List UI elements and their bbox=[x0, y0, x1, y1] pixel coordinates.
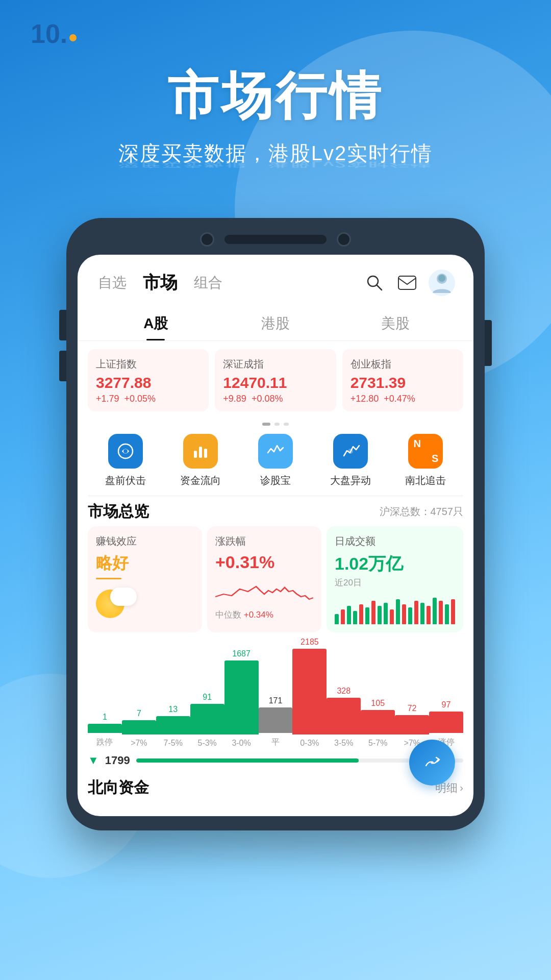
cloud-shape bbox=[110, 587, 137, 606]
mini-bar-3 bbox=[353, 611, 357, 624]
phone-mockup: 自选 市场 组合 bbox=[0, 218, 551, 830]
index-name-cy: 创业板指 bbox=[350, 357, 455, 371]
bar-rect-5 bbox=[259, 707, 293, 733]
bar-col-5: 171平 bbox=[259, 696, 293, 748]
market-tab-hk[interactable]: 港股 bbox=[216, 307, 336, 340]
market-tabs: A股 港股 美股 bbox=[78, 307, 473, 341]
bar-name-7: 3-5% bbox=[334, 737, 353, 748]
tab-market[interactable]: 市场 bbox=[141, 267, 180, 299]
hero-title: 市场行情 bbox=[31, 62, 520, 131]
ov-card-vol[interactable]: 日成交额 1.02万亿 近20日 bbox=[327, 526, 463, 632]
feature-label-panqian: 盘前伏击 bbox=[105, 474, 146, 487]
phone-vol-button-2 bbox=[59, 351, 66, 381]
sun-icon bbox=[96, 584, 194, 620]
mini-bar-14 bbox=[420, 603, 424, 624]
feature-icon-nanorth: N S bbox=[408, 434, 443, 469]
feature-bigmove[interactable]: 大盘异动 bbox=[313, 434, 388, 487]
mini-bar-17 bbox=[439, 601, 443, 624]
feature-nanorth[interactable]: N S 南北追击 bbox=[388, 434, 463, 487]
svg-rect-8 bbox=[199, 447, 202, 458]
version-badge: 10. bbox=[31, 20, 520, 47]
phone-power-button bbox=[485, 320, 492, 366]
northward-section: 北向资金 明细 › bbox=[78, 773, 473, 806]
svg-rect-7 bbox=[194, 451, 197, 458]
bar-col-1: 7>7% bbox=[122, 709, 156, 748]
index-cards: 上证指数 3277.88 +1.79 +0.05% 深证成指 12470.11 … bbox=[78, 341, 473, 420]
ov-label-rise: 涨跌幅 bbox=[215, 534, 313, 548]
bar-col-7: 3283-5% bbox=[327, 687, 361, 748]
bar-name-1: >7% bbox=[131, 737, 147, 748]
feature-row: 盘前伏击 资金流向 bbox=[78, 429, 473, 496]
svg-line-1 bbox=[377, 285, 382, 290]
mini-bar-5 bbox=[365, 607, 369, 624]
index-change-sz: +9.89 +0.08% bbox=[223, 394, 328, 404]
mail-icon[interactable] bbox=[396, 272, 418, 294]
feature-panqian[interactable]: 盘前伏击 bbox=[88, 434, 163, 487]
svg-rect-9 bbox=[204, 449, 207, 458]
index-value-sz: 12470.11 bbox=[223, 374, 328, 391]
bar-rect-6 bbox=[292, 649, 327, 734]
bar-val-0: 1 bbox=[103, 713, 107, 722]
index-card-sz[interactable]: 深证成指 12470.11 +9.89 +0.08% bbox=[215, 349, 336, 411]
ov-card-rise[interactable]: 涨跌幅 +0.31% 中位数 +0.34% bbox=[207, 526, 321, 632]
search-icon[interactable] bbox=[363, 272, 386, 294]
mini-bar-0 bbox=[335, 614, 339, 624]
index-value-cy: 2731.39 bbox=[350, 374, 455, 391]
phone-vol-button-1 bbox=[59, 310, 66, 340]
bar-rect-10 bbox=[429, 712, 463, 733]
tab-portfolio[interactable]: 组合 bbox=[192, 269, 224, 297]
hero-subtitle-mirror: 深度买卖数据，港股Lv2实时行情 bbox=[31, 158, 520, 169]
feature-diagnose[interactable]: 诊股宝 bbox=[238, 434, 313, 487]
svg-point-6 bbox=[123, 449, 128, 453]
bar-val-3: 91 bbox=[203, 693, 212, 702]
feature-capital[interactable]: 资金流向 bbox=[163, 434, 238, 487]
ov-label-money: 赚钱效应 bbox=[96, 534, 194, 548]
market-tab-a[interactable]: A股 bbox=[96, 307, 216, 340]
bar-name-6: 0-3% bbox=[300, 737, 319, 748]
fab-button[interactable] bbox=[409, 740, 455, 786]
svg-point-4 bbox=[438, 275, 445, 282]
bar-col-4: 16873-0% bbox=[224, 649, 259, 748]
bar-val-10: 97 bbox=[442, 700, 451, 709]
vol-sub: 近20日 bbox=[335, 577, 455, 589]
mini-bar-13 bbox=[414, 601, 418, 624]
version-dot bbox=[69, 34, 77, 41]
bar-val-1: 7 bbox=[137, 709, 141, 718]
bar-name-4: 3-0% bbox=[232, 737, 251, 748]
mood-bar bbox=[96, 578, 121, 579]
section-header-overview: 市场总览 沪深总数：4757只 bbox=[78, 496, 473, 526]
bar-rect-2 bbox=[156, 716, 190, 734]
indicator-value: 1799 bbox=[105, 754, 130, 767]
tab-watchlist[interactable]: 自选 bbox=[96, 269, 129, 297]
ov-card-money[interactable]: 赚钱效应 略好 bbox=[88, 526, 202, 632]
ov-value-vol: 1.02万亿 bbox=[335, 552, 455, 576]
index-card-cy[interactable]: 创业板指 2731.39 +12.80 +0.47% bbox=[342, 349, 463, 411]
index-value-sh: 3277.88 bbox=[96, 374, 201, 391]
mini-bar-9 bbox=[390, 609, 394, 624]
bar-rect-1 bbox=[122, 720, 156, 734]
chevron-right-icon: › bbox=[460, 782, 463, 794]
mini-bar-4 bbox=[359, 604, 363, 624]
avatar[interactable] bbox=[429, 270, 455, 296]
bar-val-5: 171 bbox=[269, 696, 283, 705]
index-card-sh[interactable]: 上证指数 3277.88 +1.79 +0.05% bbox=[88, 349, 209, 411]
bar-col-8: 1055-7% bbox=[361, 699, 395, 748]
bar-name-0: 跌停 bbox=[96, 735, 113, 748]
app-screen: 自选 市场 组合 bbox=[78, 255, 473, 816]
svg-point-12 bbox=[431, 761, 434, 764]
mini-bar-18 bbox=[445, 604, 449, 624]
bar-col-3: 915-3% bbox=[190, 693, 224, 748]
bar-col-0: 1跌停 bbox=[88, 713, 122, 748]
bar-name-2: 7-5% bbox=[164, 737, 183, 748]
ov-label-vol: 日成交额 bbox=[335, 534, 455, 548]
mini-bar-10 bbox=[396, 599, 400, 624]
phone-camera-right bbox=[337, 232, 351, 247]
feature-label-nanorth: 南北追击 bbox=[405, 474, 446, 487]
mini-bar-12 bbox=[408, 607, 412, 624]
market-tab-us[interactable]: 美股 bbox=[335, 307, 455, 340]
bar-rect-0 bbox=[88, 724, 122, 733]
bar-rect-3 bbox=[190, 704, 224, 734]
bar-chart-section: 1跌停7>7%137-5%915-3%16873-0%171平21850-3%3… bbox=[78, 641, 473, 748]
ov-value-rise: +0.31% bbox=[215, 552, 313, 572]
indicator-bar-green bbox=[136, 758, 359, 763]
